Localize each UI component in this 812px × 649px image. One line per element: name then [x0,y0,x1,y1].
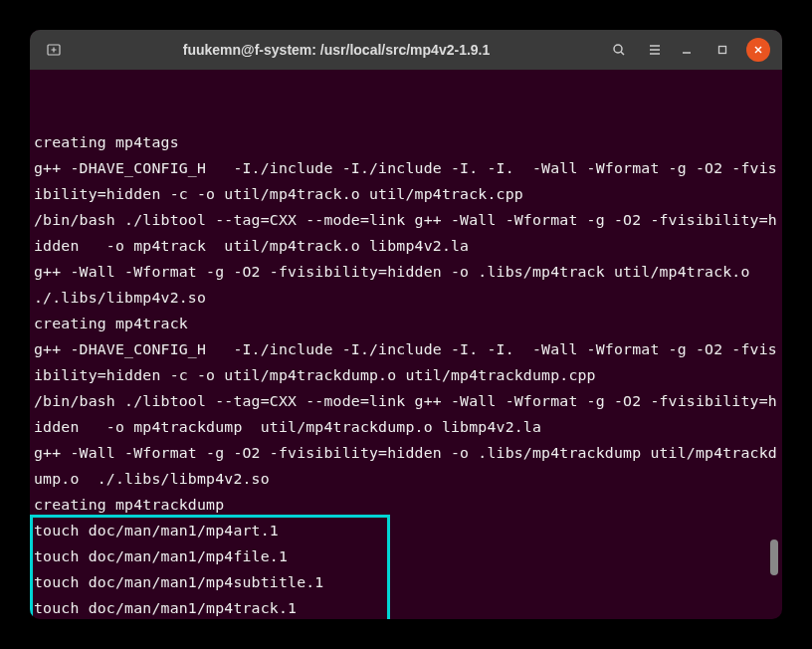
maximize-button[interactable] [710,38,734,62]
search-button[interactable] [603,36,635,64]
window-controls [675,38,774,62]
svg-point-3 [614,45,622,53]
output-line: touch doc/man/man1/mp4file.1 [32,543,782,569]
maximize-icon [717,45,727,55]
svg-line-4 [621,52,624,55]
close-icon [753,45,763,55]
hamburger-icon [647,42,663,58]
output-line: g++ -Wall -Wformat -g -O2 -fvisibility=h… [32,259,782,311]
search-icon [611,42,627,58]
output-line: g++ -Wall -Wformat -g -O2 -fvisibility=h… [32,440,782,492]
output-line: touch doc/man/man1/mp4track.1 [32,595,782,619]
output-line: creating mp4trackdump [32,492,782,518]
output-line: touch doc/man/man1/mp4art.1 [32,518,782,543]
terminal-window: fuukemn@f-system: /usr/local/src/mp4v2-1… [30,30,782,619]
output-line: creating mp4tags [32,129,782,155]
output-line: /bin/bash ./libtool --tag=CXX --mode=lin… [32,388,782,440]
menu-button[interactable] [639,36,671,64]
scrollbar-thumb[interactable] [770,540,778,575]
titlebar: fuukemn@f-system: /usr/local/src/mp4v2-1… [30,30,782,70]
new-tab-icon [46,42,62,58]
output-line: g++ -DHAVE_CONFIG_H -I./include -I./incl… [32,336,782,388]
output-line: touch doc/man/man1/mp4subtitle.1 [32,569,782,595]
minimize-icon [682,45,692,55]
minimize-button[interactable] [675,38,699,62]
new-tab-button[interactable] [38,36,70,64]
svg-rect-9 [719,47,726,54]
terminal-body[interactable]: creating mp4tagsg++ -DHAVE_CONFIG_H -I./… [30,70,782,619]
output-line: creating mp4track [32,311,782,336]
window-title: fuukemn@f-system: /usr/local/src/mp4v2-1… [74,42,599,58]
output-line: g++ -DHAVE_CONFIG_H -I./include -I./incl… [32,155,782,207]
output-line: /bin/bash ./libtool --tag=CXX --mode=lin… [32,207,782,259]
close-button[interactable] [746,38,770,62]
